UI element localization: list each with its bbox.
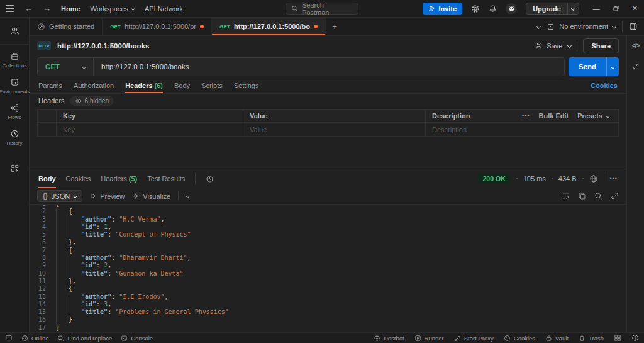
settings-gear-icon[interactable] bbox=[471, 4, 480, 13]
online-status[interactable]: Online bbox=[21, 335, 48, 342]
online-label: Online bbox=[31, 335, 48, 342]
tab-label: http://127.0.0.1:5000/pr bbox=[125, 23, 196, 30]
windows-grid-icon[interactable] bbox=[614, 334, 621, 342]
upgrade-button[interactable]: Upgrade bbox=[526, 3, 579, 15]
bulk-edit-button[interactable]: Bulk Edit bbox=[539, 112, 569, 120]
user-avatar[interactable] bbox=[506, 3, 517, 14]
tab-test-results[interactable]: Test Results bbox=[147, 169, 185, 188]
response-more-options-icon[interactable]: ••• bbox=[610, 176, 618, 182]
visualize-button[interactable]: Visualize bbox=[132, 193, 170, 200]
console-button[interactable]: Console bbox=[121, 335, 153, 342]
send-options-chevron-icon[interactable] bbox=[606, 57, 619, 76]
response-history-button[interactable] bbox=[206, 169, 214, 188]
sidebar-configure-button[interactable] bbox=[0, 159, 29, 177]
code-snippet-icon[interactable]: </> bbox=[632, 42, 639, 49]
url-input[interactable]: http://127.0.0.1:5000/books bbox=[94, 63, 564, 70]
postman-app: ← → Home Workspaces API Network Search P… bbox=[0, 0, 644, 343]
save-options-chevron-icon[interactable] bbox=[567, 43, 572, 48]
share-button[interactable]: Share bbox=[583, 38, 619, 53]
value-input[interactable]: Value bbox=[243, 123, 426, 136]
copy-icon[interactable] bbox=[578, 192, 586, 200]
format-selector[interactable]: {} JSON bbox=[37, 190, 82, 202]
wrap-text-icon[interactable] bbox=[562, 192, 570, 200]
tab-getting-started[interactable]: Getting started bbox=[30, 18, 103, 35]
search-input[interactable]: Search Postman bbox=[286, 3, 358, 15]
column-description-label: Description bbox=[432, 112, 522, 120]
code-line: 14"id": 3, bbox=[30, 301, 626, 308]
maximize-button[interactable] bbox=[613, 5, 619, 12]
description-input[interactable]: Description bbox=[426, 123, 618, 136]
collections-icon bbox=[10, 52, 19, 61]
tab-overflow-chevron-icon[interactable] bbox=[536, 24, 541, 28]
more-options-icon[interactable]: ••• bbox=[522, 113, 530, 119]
tab-scripts[interactable]: Scripts bbox=[201, 78, 223, 93]
preview-button[interactable]: Preview bbox=[90, 193, 125, 200]
save-button[interactable]: Save bbox=[535, 42, 562, 50]
key-input[interactable]: Key bbox=[57, 123, 243, 136]
tab-authorization[interactable]: Authorization bbox=[74, 78, 114, 93]
vault-button[interactable]: Vault bbox=[545, 335, 569, 342]
runner-button[interactable]: Runner bbox=[414, 335, 444, 342]
sidebar-item-environments[interactable]: Environments bbox=[0, 73, 29, 99]
notifications-bell-icon[interactable] bbox=[489, 4, 497, 13]
environment-selector[interactable]: No environment bbox=[547, 23, 616, 31]
find-and-replace-button[interactable]: Find and replace bbox=[57, 335, 112, 342]
back-icon[interactable]: ← bbox=[25, 4, 33, 13]
hidden-headers-toggle[interactable]: 6 hidden bbox=[70, 96, 114, 106]
send-button[interactable]: Send bbox=[569, 57, 619, 76]
tab-request-books[interactable]: GET http://127.0.0.1:5000/bo bbox=[212, 18, 326, 35]
line-number: 8 bbox=[30, 254, 56, 262]
presets-button[interactable]: Presets bbox=[577, 112, 609, 120]
search-icon bbox=[291, 5, 298, 12]
help-icon[interactable] bbox=[631, 334, 639, 342]
postbot-button[interactable]: Postbot bbox=[374, 335, 404, 342]
sidebar-item-collections[interactable]: Collections bbox=[0, 47, 29, 73]
sidebar-item-label: Environments bbox=[0, 89, 30, 94]
invite-button[interactable]: Invite bbox=[423, 3, 462, 15]
response-time[interactable]: 105 ms bbox=[523, 175, 546, 183]
tab-response-cookies[interactable]: Cookies bbox=[66, 169, 91, 188]
response-size[interactable]: 434 B bbox=[558, 175, 577, 183]
sidebar-item-workspace[interactable] bbox=[0, 21, 29, 45]
tab-response-body[interactable]: Body bbox=[38, 169, 56, 188]
toolbar-chevron-icon[interactable] bbox=[186, 194, 190, 198]
layout-panel-icon[interactable] bbox=[629, 22, 638, 31]
close-button[interactable]: ✕ bbox=[632, 4, 638, 13]
nav-home[interactable]: Home bbox=[61, 5, 80, 13]
toggle-sidebar-button[interactable] bbox=[5, 334, 13, 342]
method-selector[interactable]: GET bbox=[38, 63, 93, 70]
tab-settings[interactable]: Settings bbox=[234, 78, 259, 93]
link-icon[interactable] bbox=[611, 192, 619, 200]
table-actions: ••• Bulk Edit Presets bbox=[522, 112, 612, 120]
code-text: "author": "Dharamvir Bharti", bbox=[56, 254, 191, 262]
main-menu-icon[interactable] bbox=[6, 5, 14, 11]
nav-api-network[interactable]: API Network bbox=[145, 5, 183, 13]
sidebar-item-history[interactable]: History bbox=[0, 125, 29, 150]
tab-params[interactable]: Params bbox=[38, 78, 62, 93]
minimize-button[interactable]: — bbox=[593, 5, 600, 13]
tab-headers[interactable]: Headers (6) bbox=[125, 78, 163, 93]
status-badge[interactable]: 200 OK bbox=[478, 174, 511, 184]
cookies-link[interactable]: Cookies bbox=[591, 78, 618, 93]
headers-table-row: Key Value Description bbox=[38, 123, 618, 136]
trash-button[interactable]: Trash bbox=[579, 335, 604, 342]
search-response-icon[interactable] bbox=[594, 192, 602, 200]
network-globe-icon[interactable] bbox=[589, 174, 598, 183]
upgrade-chevron-icon[interactable] bbox=[567, 3, 579, 14]
activity-sidebar: Collections Environments Flows History bbox=[0, 18, 30, 332]
forward-icon[interactable]: → bbox=[43, 4, 51, 13]
sidebar-item-flows[interactable]: Flows bbox=[0, 99, 29, 125]
nav-workspaces[interactable]: Workspaces bbox=[91, 5, 135, 13]
row-select-cell[interactable] bbox=[38, 123, 57, 136]
trash-icon bbox=[579, 335, 586, 342]
tab-request-products[interactable]: GET http://127.0.0.1:5000/pr bbox=[103, 18, 212, 35]
cookies-button[interactable]: Cookies bbox=[504, 335, 535, 342]
start-proxy-button[interactable]: Start Proxy bbox=[454, 335, 494, 342]
tab-body[interactable]: Body bbox=[174, 78, 190, 93]
expand-panel-icon[interactable] bbox=[632, 63, 640, 70]
response-body-viewer[interactable]: 1[2{3"author": "H.C Verma",4"id": 1,5"ti… bbox=[30, 205, 626, 332]
tab-response-headers[interactable]: Headers (5) bbox=[101, 169, 137, 188]
tab-label: http://127.0.0.1:5000/bo bbox=[234, 23, 310, 30]
new-tab-button[interactable]: + bbox=[326, 18, 343, 35]
code-text: { bbox=[56, 208, 72, 215]
